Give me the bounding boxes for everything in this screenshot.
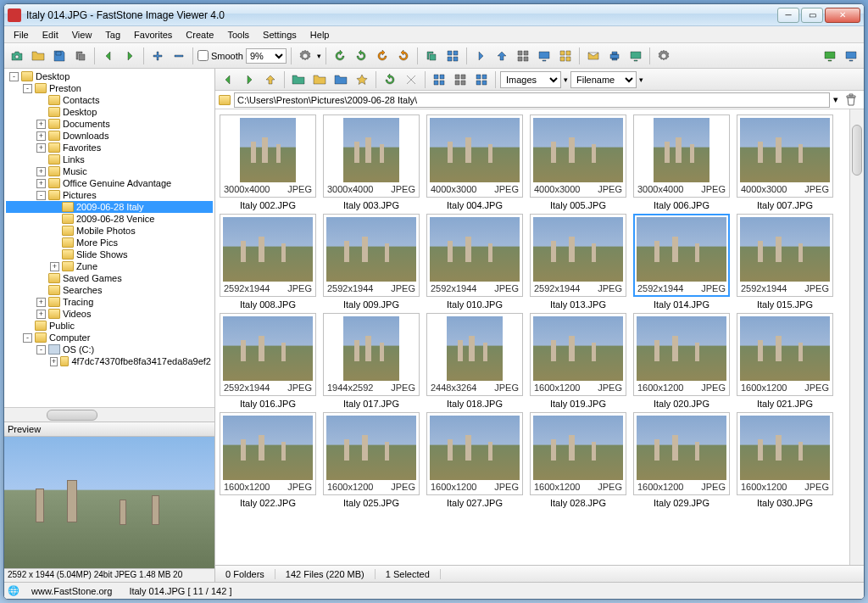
thumb-frame[interactable]: 1600x1200JPEG	[633, 313, 730, 396]
thumb-frame[interactable]: 1600x1200JPEG	[220, 412, 316, 495]
redo-button[interactable]	[120, 47, 139, 65]
thumb-item[interactable]: 2592x1944JPEG Italy 015.JPG	[735, 214, 835, 310]
thumb-item[interactable]: 4000x3000JPEG Italy 004.JPG	[425, 114, 525, 210]
tree-node-zune[interactable]: +Zune	[6, 260, 213, 272]
menu-tag[interactable]: Tag	[99, 28, 126, 42]
thumb-frame[interactable]: 3000x4000JPEG	[323, 114, 420, 198]
thumb-frame[interactable]: 3000x4000JPEG	[633, 114, 730, 198]
expand-icon[interactable]: +	[36, 120, 46, 129]
new-folder-button[interactable]	[289, 70, 308, 89]
path-dropdown-icon[interactable]: ▾	[833, 94, 838, 105]
menu-tools[interactable]: Tools	[221, 28, 255, 42]
tree-node-favorites[interactable]: +Favorites	[6, 142, 213, 154]
filter-select[interactable]: Images	[500, 71, 561, 88]
view-thumb-button[interactable]	[472, 70, 491, 89]
maximize-button[interactable]: ▭	[801, 8, 823, 23]
wallpaper-button[interactable]	[626, 47, 645, 65]
thumb-item[interactable]: 3000x4000JPEG Italy 002.JPG	[218, 114, 318, 210]
thumb-frame[interactable]: 2448x3264JPEG	[426, 313, 523, 396]
thumb-item[interactable]: 2592x1944JPEG Italy 014.JPG	[632, 214, 732, 310]
thumb-item[interactable]: 3000x4000JPEG Italy 006.JPG	[632, 114, 732, 210]
expand-icon[interactable]: +	[36, 143, 46, 153]
resize-button[interactable]	[535, 47, 554, 65]
expand-icon[interactable]: +	[36, 131, 46, 141]
thumb-item[interactable]: 1600x1200JPEG Italy 029.JPG	[632, 412, 732, 508]
tree-node-documents[interactable]: +Documents	[6, 118, 213, 130]
tree-node-2009-06-28-italy[interactable]: 2009-06-28 Italy	[6, 201, 213, 213]
expand-icon[interactable]: -	[23, 84, 32, 93]
thumb-frame[interactable]: 4000x3000JPEG	[426, 114, 523, 198]
preview-pane[interactable]	[4, 437, 214, 568]
thumb-frame[interactable]: 2592x1944JPEG	[426, 214, 523, 297]
thumb-item[interactable]: 2592x1944JPEG Italy 016.JPG	[218, 313, 318, 409]
tree-node-pictures[interactable]: -Pictures	[6, 189, 213, 201]
thumb-frame[interactable]: 2592x1944JPEG	[220, 214, 316, 297]
hand-tool[interactable]	[296, 47, 314, 65]
nav-back-button[interactable]	[219, 70, 237, 89]
thumb-frame[interactable]: 1600x1200JPEG	[426, 412, 523, 495]
expand-icon[interactable]: +	[36, 167, 46, 176]
tree-node-desktop[interactable]: -Desktop	[6, 70, 213, 82]
thumb-frame[interactable]: 2592x1944JPEG	[220, 313, 316, 396]
thumb-frame[interactable]: 1944x2592JPEG	[323, 313, 420, 396]
thumb-item[interactable]: 2592x1944JPEG Italy 013.JPG	[528, 214, 628, 310]
rot-cw-button[interactable]	[394, 47, 413, 65]
thumb-frame[interactable]: 1600x1200JPEG	[530, 412, 626, 495]
thumb-item[interactable]: 1600x1200JPEG Italy 030.JPG	[735, 412, 835, 508]
thumb-frame[interactable]: 1600x1200JPEG	[323, 412, 420, 495]
tree-node-2009-06-28-venice[interactable]: 2009-06-28 Venice	[6, 213, 213, 225]
view-list-button[interactable]	[451, 70, 470, 89]
tree-node-tracing[interactable]: +Tracing	[6, 296, 213, 308]
menu-favorites[interactable]: Favorites	[128, 28, 178, 42]
menu-file[interactable]: File	[8, 28, 35, 42]
thumb-item[interactable]: 2592x1944JPEG Italy 010.JPG	[425, 214, 525, 310]
thumb-frame[interactable]: 1600x1200JPEG	[530, 313, 626, 396]
fav-button[interactable]	[353, 70, 371, 89]
smooth-checkbox[interactable]: Smooth	[198, 50, 243, 61]
thumb-item[interactable]: 2592x1944JPEG Italy 008.JPG	[218, 214, 318, 310]
thumb-item[interactable]: 1944x2592JPEG Italy 017.JPG	[321, 313, 421, 409]
menu-create[interactable]: Create	[180, 28, 220, 42]
rot-right-button[interactable]	[352, 47, 370, 65]
thumb-item[interactable]: 4000x3000JPEG Italy 005.JPG	[528, 114, 628, 210]
thumb-frame[interactable]: 2592x1944JPEG	[737, 214, 833, 297]
menu-help[interactable]: Help	[304, 28, 336, 42]
compare-button[interactable]	[443, 47, 462, 65]
tree-node-saved-games[interactable]: Saved Games	[6, 272, 213, 284]
thumb-frame[interactable]: 4000x3000JPEG	[737, 114, 833, 198]
expand-icon[interactable]: -	[36, 345, 46, 355]
minimize-button[interactable]: ─	[777, 8, 799, 23]
tree-node-more-pics[interactable]: More Pics	[6, 237, 213, 248]
thumbnail-grid[interactable]: 3000x4000JPEG Italy 002.JPG 3000x4000JPE…	[215, 109, 849, 565]
tree-node-downloads[interactable]: +Downloads	[6, 130, 213, 142]
expand-icon[interactable]: +	[50, 357, 58, 366]
tree-node-computer[interactable]: -Computer	[6, 332, 213, 343]
undo-button[interactable]	[99, 47, 118, 65]
thumb-item[interactable]: 1600x1200JPEG Italy 022.JPG	[218, 412, 318, 508]
print-button[interactable]	[605, 47, 624, 65]
tree-node-os-c-[interactable]: -OS (C:)	[6, 343, 213, 355]
thumb-item[interactable]: 2592x1944JPEG Italy 009.JPG	[321, 214, 421, 310]
expand-icon[interactable]: +	[50, 262, 59, 271]
tree-node-music[interactable]: +Music	[6, 165, 213, 177]
thumb-frame[interactable]: 2592x1944JPEG	[633, 214, 730, 297]
save-button[interactable]	[50, 47, 69, 65]
expand-icon[interactable]: +	[36, 179, 46, 188]
thumb-item[interactable]: 1600x1200JPEG Italy 021.JPG	[735, 313, 835, 409]
nav-up-button[interactable]	[261, 70, 280, 89]
thumb-frame[interactable]: 1600x1200JPEG	[633, 412, 730, 495]
tree-scrollbar[interactable]	[4, 407, 214, 422]
titlebar[interactable]: Italy 014.JPG - FastStone Image Viewer 4…	[4, 4, 864, 26]
tree-node-desktop[interactable]: Desktop	[6, 106, 213, 118]
zoom-select[interactable]: 9%	[246, 48, 287, 64]
email-button[interactable]	[584, 47, 603, 65]
thumb-frame[interactable]: 3000x4000JPEG	[220, 114, 316, 198]
tree-node-preston[interactable]: -Preston	[6, 82, 213, 94]
move-button[interactable]	[310, 70, 329, 89]
thumb-frame[interactable]: 1600x1200JPEG	[737, 313, 833, 396]
thumb-item[interactable]: 3000x4000JPEG Italy 003.JPG	[321, 114, 421, 210]
rot-ccw-button[interactable]	[373, 47, 392, 65]
zoom-in-button[interactable]	[148, 47, 167, 65]
canvas-button[interactable]	[556, 47, 575, 65]
expand-icon[interactable]: +	[36, 310, 46, 319]
